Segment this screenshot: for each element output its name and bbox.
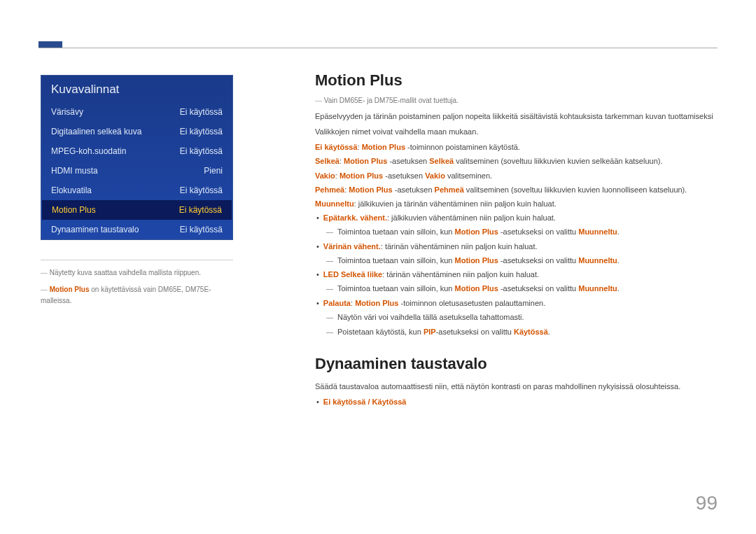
sidebar: Kuvavalinnat Värisävy Ei käytössä Digita… [41,75,233,312]
menu-item-mpeg[interactable]: MPEG-koh.suodatin Ei käytössä [41,141,232,161]
header-rule [38,48,718,48]
menu-item-label: Digitaalinen selkeä kuva [51,127,141,136]
bullet-led: LED Selkeä liike: tärinän vähentäminen n… [325,268,715,281]
menu-item-value: Ei käytössä [180,185,223,195]
sub-palauta-2: Poistetaan käytöstä, kun PIP-asetukseksi… [315,325,715,339]
custom-options-3: LED Selkeä liike: tärinän vähentäminen n… [315,268,715,281]
menu-item-hdmi[interactable]: HDMI musta Pieni [41,161,232,181]
sub-varinan: Toimintoa tuetaan vain silloin, kun Moti… [315,254,715,267]
menu-panel: Kuvavalinnat Värisävy Ei käytössä Digita… [41,75,233,240]
sub-palauta-1: Näytön väri voi vaihdella tällä asetukse… [315,311,715,324]
custom-options: Epätarkk. vähent.: jälkikuvien vähentämi… [315,211,715,224]
menu-item-value: Ei käytössä [180,107,223,117]
menu-item-label: Motion Plus [52,205,96,215]
section-heading-dynaaminen: Dynaaminen taustavalo [315,355,715,373]
section-heading-motion-plus: Motion Plus [315,71,715,90]
menu-item-dynaaminen[interactable]: Dynaaminen taustavalo Ei käytössä [41,220,232,239]
menu-item-motion-plus[interactable]: Motion Plus Ei käytössä [42,200,232,220]
menu-item-elokuvatila[interactable]: Elokuvatila Ei käytössä [41,181,232,200]
sub-epatarkk: Toimintoa tuetaan vain silloin, kun Moti… [315,225,715,239]
bullet-palauta: Palauta: Motion Plus -toiminnon oletusas… [325,297,715,309]
bullet-epatarkk: Epätarkk. vähent.: jälkikuvien vähentämi… [325,211,715,224]
menu-item-value: Ei käytössä [180,146,223,156]
option-pehmea: Pehmeä: Motion Plus -asetuksen Pehmeä va… [315,183,715,196]
menu-item-value: Pieni [204,166,223,176]
menu-item-varisavy[interactable]: Värisävy Ei käytössä [41,102,232,122]
menu-title: Kuvavalinnat [41,76,232,102]
bullet-dyn-onoff: Ei käytössä / Käytössä [325,395,715,408]
sub-led: Toimintoa tuetaan vain silloin, kun Moti… [315,282,715,295]
menu-item-value: Ei käytössä [180,127,223,136]
menu-item-label: MPEG-koh.suodatin [51,146,126,156]
custom-options-2: Värinän vähent.: tärinän vähentäminen ni… [315,240,715,253]
compat-note: ― Vain DM65E- ja DM75E-mallit ovat tuett… [315,97,715,104]
dyn-intro: Säädä taustavaloa automaattisesti niin, … [315,380,715,393]
section-dynaaminen: Dynaaminen taustavalo Säädä taustavaloa … [315,355,715,408]
menu-item-value: Ei käytössä [179,205,222,215]
dyn-options: Ei käytössä / Käytössä [315,395,715,408]
footnote-1: ― Näytetty kuva saattaa vaihdella mallis… [41,267,233,279]
menu-item-digitaalinen[interactable]: Digitaalinen selkeä kuva Ei käytössä [41,122,232,141]
menu-item-label: Elokuvatila [51,185,92,195]
footnote-2: ― Motion Plus on käytettävissä vain DM65… [41,284,233,307]
footnotes: ― Näytetty kuva saattaa vaihdella mallis… [41,260,233,307]
menu-item-label: HDMI musta [51,166,98,176]
option-muunneltu: Muunneltu: jälkikuvien ja tärinän vähent… [315,197,715,210]
custom-options-4: Palauta: Motion Plus -toiminnon oletusas… [315,297,715,309]
bullet-varinan: Värinän vähent.: tärinän vähentäminen ni… [325,240,715,253]
option-selkea: Selkeä: Motion Plus -asetuksen Selkeä va… [315,155,715,167]
menu-item-label: Värisävy [51,107,83,117]
page-number: 99 [696,492,718,514]
main-content: Motion Plus ― Vain DM65E- ja DM75E-malli… [315,71,715,409]
menu-item-value: Ei käytössä [180,225,223,234]
menu-item-label: Dynaaminen taustavalo [51,225,139,234]
option-off: Ei käytössä: Motion Plus -toiminnon pois… [315,141,715,153]
option-vakio: Vakio: Motion Plus -asetuksen Vakio vali… [315,169,715,182]
intro-2: Valikkojen nimet voivat vaihdella maan m… [315,125,715,138]
intro-1: Epäselvyyden ja tärinän poistaminen palj… [315,110,715,122]
